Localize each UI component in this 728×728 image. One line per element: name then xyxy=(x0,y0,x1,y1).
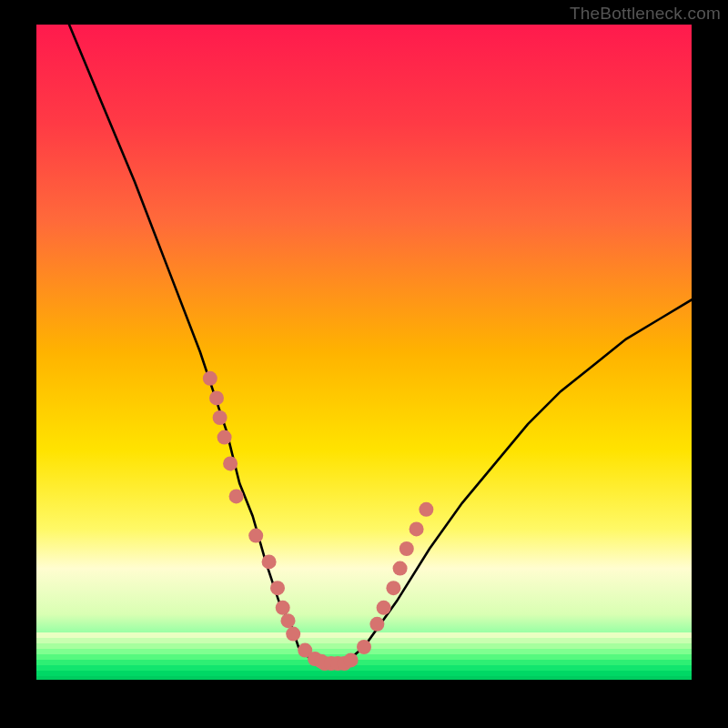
marker-dot xyxy=(203,371,217,386)
bottleneck-curve-svg xyxy=(36,25,692,680)
marker-dot xyxy=(419,502,433,517)
marker-dot xyxy=(213,410,228,425)
marker-dot xyxy=(209,390,224,405)
bottleneck-curve-path xyxy=(69,25,692,667)
chart-canvas: TheBottleneck.com xyxy=(0,0,728,728)
marker-dot xyxy=(217,430,232,445)
marker-dot xyxy=(344,652,359,667)
marker-dot xyxy=(410,521,424,536)
marker-dot xyxy=(369,617,384,632)
marker-dot xyxy=(393,561,408,576)
marker-dot xyxy=(223,456,238,470)
marker-dot xyxy=(399,541,414,556)
marker-dot xyxy=(248,529,263,543)
marker-dot xyxy=(377,601,391,615)
marker-dot xyxy=(229,489,244,503)
marker-dot xyxy=(386,581,400,595)
marker-dot xyxy=(281,613,296,628)
plot-area xyxy=(36,25,692,680)
marker-dots-group xyxy=(203,371,434,671)
marker-dot xyxy=(276,601,290,615)
marker-dot xyxy=(286,627,300,642)
watermark-text: TheBottleneck.com xyxy=(570,4,721,24)
marker-dot xyxy=(357,640,371,654)
marker-dot xyxy=(262,554,277,569)
marker-dot xyxy=(270,581,285,595)
